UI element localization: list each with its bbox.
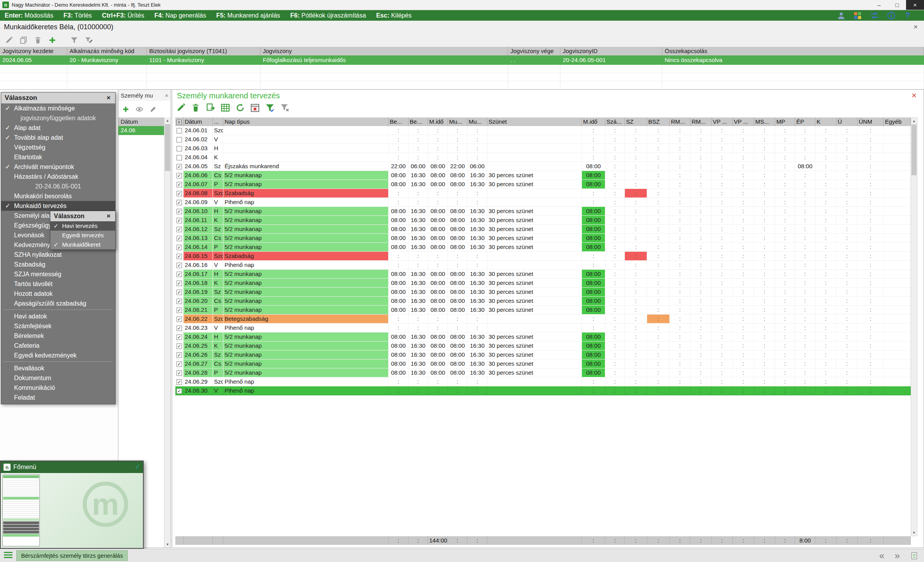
row-checkbox[interactable]: ✓: [175, 297, 184, 306]
jog-empty-row[interactable]: [0, 81, 924, 89]
jog-header-cell[interactable]: Biztosítási jogviszony (T1041): [147, 47, 260, 55]
schedule-row[interactable]: ✓24.06.09VPihenő nap:::::::::::::::::::: [175, 198, 911, 207]
edit-icon[interactable]: [4, 35, 14, 46]
column-header[interactable]: MP: [775, 117, 795, 126]
sidebar-item[interactable]: ✓További alap adat: [1, 133, 115, 142]
edit-icon[interactable]: [175, 102, 186, 113]
column-header[interactable]: Szünet: [487, 117, 582, 126]
add-icon[interactable]: [47, 35, 58, 46]
prev-page-icon[interactable]: «: [879, 550, 884, 561]
checked-checkbox-icon[interactable]: ✓: [177, 308, 182, 313]
checked-checkbox-icon[interactable]: ✓: [177, 361, 182, 367]
column-header[interactable]: M.idő: [582, 117, 605, 126]
person-close-icon[interactable]: ×: [911, 23, 920, 31]
row-checkbox[interactable]: ✓: [175, 162, 184, 171]
column-header[interactable]: MS...: [754, 117, 775, 126]
employment-row-selected[interactable]: 2024.06.05 20 - Munkaviszony 1101 - Munk…: [0, 55, 924, 65]
sidebar-item[interactable]: Havi adatok: [1, 311, 115, 321]
date-panel-scrollbar[interactable]: ▲ ▼: [164, 117, 171, 548]
checked-checkbox-icon[interactable]: ✓: [177, 370, 182, 376]
row-checkbox[interactable]: ✓: [175, 180, 184, 189]
schedule-row[interactable]: ✓24.06.22SzoBetegszabadság::::::::::::::…: [175, 315, 911, 324]
column-header[interactable]: ...: [213, 117, 223, 126]
column-header[interactable]: ÉP: [795, 117, 815, 126]
column-header[interactable]: RM...: [670, 117, 690, 126]
table-icon[interactable]: [220, 102, 231, 113]
sidebar-item[interactable]: Egyedi kedvezmények: [1, 350, 115, 360]
row-checkbox[interactable]: ✓: [175, 234, 184, 243]
column-header[interactable]: M.idő: [428, 117, 448, 126]
date-panel-close-icon[interactable]: ×: [165, 92, 168, 99]
menubar-item[interactable]: Ctrl+F3: Ürítés: [102, 12, 144, 19]
schedule-row[interactable]: ✓24.06.17H5/2 munkanap08:0016:3008:0008:…: [175, 270, 911, 279]
checked-checkbox-icon[interactable]: ✓: [177, 352, 182, 358]
column-header[interactable]: Szá...: [605, 117, 625, 126]
row-checkbox[interactable]: ✓: [175, 270, 184, 279]
schedule-row[interactable]: ✓24.06.05SzÉjszakás munkarend22:0006:000…: [175, 162, 911, 171]
checked-checkbox-icon[interactable]: ✓: [177, 173, 182, 178]
schedule-row[interactable]: ✓24.06.27Cs5/2 munkanap08:0016:3008:0008…: [175, 359, 911, 368]
row-checkbox[interactable]: ✓: [175, 377, 184, 386]
row-checkbox[interactable]: ✓: [175, 306, 184, 315]
schedule-row[interactable]: ✓24.06.25K5/2 munkanap08:0016:3008:0008:…: [175, 341, 911, 350]
checked-checkbox-icon[interactable]: ✓: [177, 379, 182, 385]
date-column-header[interactable]: Dátum: [118, 117, 164, 126]
checked-checkbox-icon[interactable]: ✓: [177, 245, 182, 250]
row-checkbox[interactable]: [175, 144, 184, 153]
schedule-row[interactable]: ✓24.06.15SzoSzabadság:::::::::::::::::::: [175, 252, 911, 261]
row-checkbox[interactable]: ✓: [175, 288, 184, 297]
unchecked-checkbox-icon[interactable]: [177, 146, 182, 151]
row-checkbox[interactable]: ✓: [175, 368, 184, 377]
schedule-row[interactable]: ✓24.06.12Sz5/2 munkanap08:0016:3008:0008…: [175, 225, 911, 234]
apps-grid-icon[interactable]: [853, 11, 862, 20]
column-header[interactable]: Mu...: [467, 117, 487, 126]
checked-checkbox-icon[interactable]: ✓: [177, 388, 182, 394]
sidebar-item[interactable]: Házastárs / Adóstársak: [1, 172, 115, 181]
checked-checkbox-icon[interactable]: ✓: [177, 254, 182, 259]
scroll-up-icon[interactable]: ▲: [911, 118, 917, 124]
sidebar-item[interactable]: ✓Munkaidő tervezés: [1, 201, 115, 211]
select-all-header[interactable]: [175, 117, 184, 126]
schedule-row[interactable]: 24.06.01Szo:::::::::::::::::::: [175, 126, 911, 135]
schedule-row[interactable]: ✓24.06.11K5/2 munkanap08:0016:3008:0008:…: [175, 216, 911, 225]
main-menu-window[interactable]: n Főmenü m: [0, 461, 144, 549]
sidebar-item[interactable]: ✓Alkalmazás minősége: [1, 103, 115, 113]
unchecked-checkbox-icon[interactable]: [177, 137, 182, 142]
jog-empty-row[interactable]: [0, 65, 924, 73]
sidebar-item[interactable]: Számfejtések: [1, 321, 115, 331]
jog-header-cell[interactable]: Jogviszony kezdete: [0, 47, 67, 55]
menu-tree-thumbnail[interactable]: [2, 475, 40, 546]
checked-checkbox-icon[interactable]: ✓: [177, 317, 182, 322]
menubar-item[interactable]: Enter: Módosítás: [5, 12, 54, 19]
checked-checkbox-icon[interactable]: ✓: [177, 325, 182, 331]
row-checkbox[interactable]: ✓: [175, 207, 184, 216]
jog-header-cell[interactable]: JogviszonyID: [560, 47, 662, 55]
row-checkbox[interactable]: ✓: [175, 386, 184, 395]
refresh-icon[interactable]: [235, 102, 246, 113]
jog-empty-row[interactable]: [0, 73, 924, 81]
column-header[interactable]: Ü: [837, 117, 858, 126]
checked-checkbox-icon[interactable]: ✓: [177, 334, 182, 340]
row-checkbox[interactable]: ✓: [175, 243, 184, 252]
checked-checkbox-icon[interactable]: ✓: [177, 236, 182, 241]
info-icon[interactable]: [887, 11, 896, 20]
delete-icon[interactable]: [190, 102, 201, 113]
popup-close-icon[interactable]: ×: [105, 212, 112, 220]
row-checkbox[interactable]: ✓: [175, 279, 184, 288]
close-button[interactable]: ×: [906, 0, 924, 10]
column-header[interactable]: Dátum: [184, 117, 213, 126]
schedule-row[interactable]: 24.06.04K:::::::::::::::::::: [175, 153, 911, 162]
pin-icon[interactable]: [133, 463, 140, 471]
filter-icon[interactable]: [264, 102, 275, 113]
column-header[interactable]: BSZ: [647, 117, 670, 126]
schedule-row[interactable]: ✓24.06.08SzoSzabadság:::::::::::::::::::: [175, 189, 911, 198]
schedule-row[interactable]: ✓24.06.21P5/2 munkanap08:0016:3008:0008:…: [175, 306, 911, 315]
row-checkbox[interactable]: ✓: [175, 216, 184, 225]
checked-checkbox-icon[interactable]: ✓: [177, 272, 182, 277]
schedule-row[interactable]: ✓24.06.06Cs5/2 munkanap08:0016:3008:0008…: [175, 171, 911, 180]
schedule-row[interactable]: ✓24.06.24H5/2 munkanap08:0016:3008:0008:…: [175, 333, 911, 341]
sidebar-item[interactable]: ✓Alap adat: [1, 123, 115, 133]
sidebar-item[interactable]: Tartós távollét: [1, 279, 115, 289]
row-checkbox[interactable]: ✓: [175, 315, 184, 324]
column-header[interactable]: ÜNM: [858, 117, 884, 126]
